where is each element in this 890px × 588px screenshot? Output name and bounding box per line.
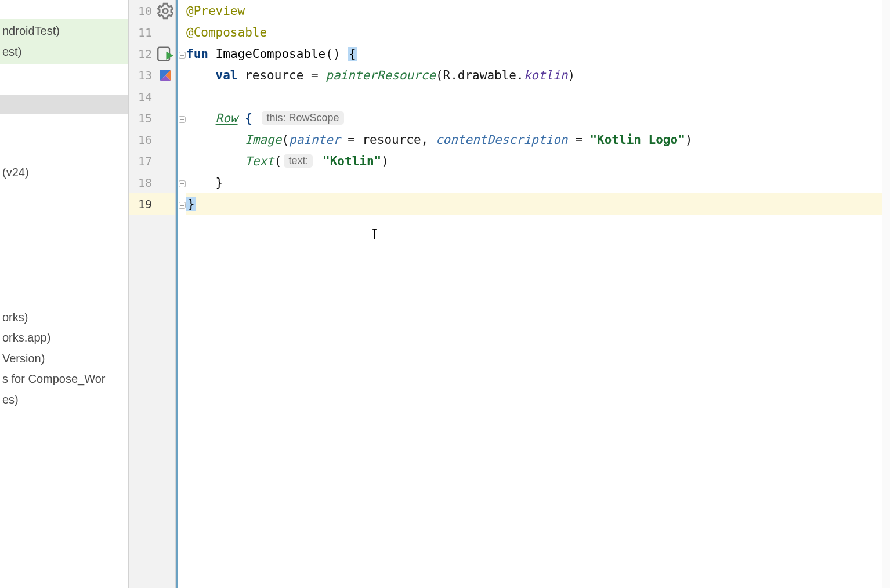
code-token: { — [348, 47, 357, 61]
code-token — [252, 111, 260, 125]
code-token: ImageComposable — [216, 47, 326, 61]
code-token — [238, 111, 245, 125]
line-number: 10 — [129, 4, 155, 18]
code-token: Text — [245, 154, 274, 168]
gear-icon[interactable] — [155, 1, 175, 21]
fold-strip[interactable] — [176, 0, 186, 588]
gutter-row[interactable]: 10 — [129, 0, 175, 21]
code-line[interactable]: } — [186, 172, 882, 193]
code-token: { — [245, 111, 252, 125]
project-tree-item[interactable]: (v24) — [0, 160, 128, 184]
code-token: "Kotlin Logo" — [589, 133, 685, 147]
code-editor: 10111213141516171819 @Preview@Composable… — [129, 0, 890, 588]
svg-point-0 — [163, 8, 168, 13]
code-token: ( — [436, 68, 443, 82]
code-token: ) — [567, 68, 575, 82]
code-line[interactable]: val resource = painterResource(R.drawabl… — [186, 64, 882, 86]
gutter-row[interactable]: 11 — [129, 21, 175, 43]
project-tree-item[interactable] — [0, 95, 128, 114]
project-tree-item[interactable]: est) — [0, 39, 128, 64]
code-token: contentDescription — [436, 133, 568, 147]
gutter-row[interactable]: 18 — [129, 172, 175, 193]
text-caret-icon: I — [372, 225, 377, 244]
code-token — [315, 154, 323, 168]
code-token: ) — [685, 133, 693, 147]
code-token: val — [216, 68, 238, 82]
project-panel[interactable]: ndroidTest)est)(v24)orks)orks.app) Versi… — [0, 0, 129, 588]
code-line[interactable]: @Composable — [186, 21, 882, 43]
fold-toggle-icon[interactable] — [179, 114, 186, 121]
fold-toggle-icon[interactable] — [179, 200, 186, 207]
code-token: } — [216, 176, 223, 190]
code-token: } — [186, 197, 196, 211]
code-line[interactable]: fun ImageComposable() { — [186, 43, 882, 64]
code-line[interactable]: } — [186, 193, 882, 215]
code-token — [208, 47, 216, 61]
code-line[interactable]: Row { this: RowScope — [186, 107, 882, 129]
line-number: 14 — [129, 90, 155, 104]
code-area[interactable]: @Preview@Composablefun ImageComposable()… — [186, 0, 882, 588]
run-icon[interactable] — [155, 44, 175, 64]
code-token: "Kotlin" — [323, 154, 381, 168]
line-number: 12 — [129, 47, 155, 61]
line-number: 18 — [129, 176, 155, 190]
scrollbar[interactable] — [882, 0, 890, 588]
line-number: 16 — [129, 133, 155, 147]
gutter-row[interactable]: 14 — [129, 86, 175, 107]
gutter-row[interactable]: 12 — [129, 43, 175, 64]
line-number: 15 — [129, 111, 155, 125]
line-number: 19 — [129, 197, 155, 211]
line-number: 13 — [129, 68, 155, 82]
editor-gutter[interactable]: 10111213141516171819 — [129, 0, 176, 588]
code-token: Image — [245, 133, 281, 147]
code-token: () — [325, 47, 348, 61]
parameter-hint: this: RowScope — [262, 111, 343, 125]
code-token: Row — [216, 111, 238, 125]
line-number: 11 — [129, 26, 155, 39]
code-token: resource = — [238, 68, 326, 82]
code-token: = resource, — [341, 133, 436, 147]
code-token: kotlin — [524, 68, 568, 82]
code-line[interactable]: @Preview — [186, 0, 882, 21]
parameter-hint: text: — [284, 154, 313, 168]
gutter-row[interactable]: 15 — [129, 107, 175, 129]
code-line[interactable]: Image(painter = resource, contentDescrip… — [186, 129, 882, 150]
code-token: painter — [289, 133, 341, 147]
code-line[interactable] — [186, 86, 882, 107]
code-token: fun — [186, 47, 208, 61]
code-token: R.drawable. — [443, 68, 524, 82]
code-token: ( — [274, 154, 282, 168]
code-token: @Composable — [186, 26, 267, 39]
code-line[interactable]: Text(text: "Kotlin") — [186, 150, 882, 172]
kotlin-icon[interactable] — [155, 69, 175, 82]
gutter-row[interactable]: 19 — [129, 193, 175, 215]
project-tree-item[interactable]: es) — [0, 387, 128, 412]
line-number: 17 — [129, 154, 155, 168]
fold-toggle-icon[interactable] — [179, 179, 186, 186]
code-token: ( — [281, 133, 289, 147]
ide-root: ndroidTest)est)(v24)orks)orks.app) Versi… — [0, 0, 890, 588]
code-token: = — [568, 133, 590, 147]
code-token: @Preview — [186, 4, 245, 18]
gutter-row[interactable]: 13 — [129, 64, 175, 86]
gutter-row[interactable]: 17 — [129, 150, 175, 172]
code-token: ) — [381, 154, 389, 168]
gutter-row[interactable]: 16 — [129, 129, 175, 150]
code-token: painterResource — [325, 68, 436, 82]
fold-toggle-icon[interactable] — [179, 50, 186, 57]
